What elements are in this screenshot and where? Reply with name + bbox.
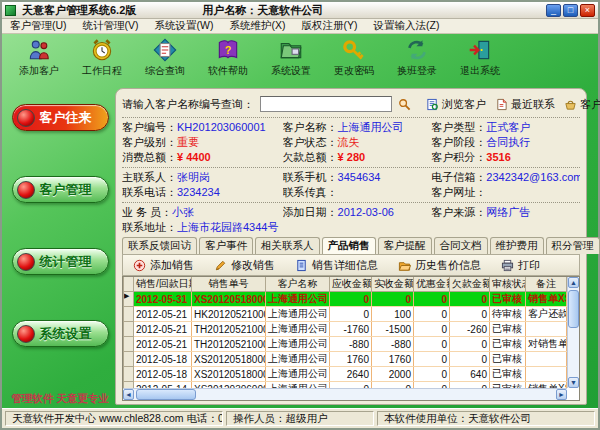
toolbar-button[interactable]: 综合查询 xyxy=(138,37,192,78)
action-button[interactable]: 修改销售 xyxy=(214,258,275,273)
detail-value: 2342342@163.com xyxy=(486,171,580,183)
scroll-right-icon[interactable]: ► xyxy=(556,389,567,400)
sidebar-nav-button[interactable]: 客户管理 xyxy=(12,176,109,203)
menu-item[interactable]: 客户管理(U) xyxy=(10,19,67,33)
menu-item[interactable]: 统计管理(V) xyxy=(83,19,139,33)
table-row[interactable]: 2012-05-31 XS201205180003 上海通用公司 0 0 0 0… xyxy=(124,292,567,307)
detail-value: 上海市花园路4344号 xyxy=(177,221,278,233)
quick-link[interactable]: 最近联系 xyxy=(495,97,555,112)
maximize-button[interactable]: □ xyxy=(563,4,578,17)
column-header[interactable]: 客户名称 xyxy=(266,277,330,292)
recent-contacts-icon xyxy=(495,98,508,111)
column-header[interactable]: 实收金额 xyxy=(372,277,414,292)
tab[interactable]: 产品销售 xyxy=(322,237,376,254)
app-icon xyxy=(5,5,16,16)
detail-value: 上海通用公司 xyxy=(338,121,404,133)
sidebar-nav-button[interactable]: 统计管理 xyxy=(12,248,109,275)
table-row[interactable]: 2012-05-21 TH201205210005 上海通用公司 -880 -8… xyxy=(124,337,567,352)
tab[interactable]: 维护费用 xyxy=(490,237,544,254)
column-header[interactable]: 销售单号 xyxy=(192,277,266,292)
column-header[interactable]: 优惠金额 xyxy=(414,277,450,292)
tab[interactable]: 客户事件 xyxy=(199,237,253,254)
cell-discount: 0 xyxy=(414,292,450,307)
window-controls: _ □ × xyxy=(546,4,595,17)
action-button[interactable]: 销售详细信息 xyxy=(295,258,378,273)
action-label: 添加销售 xyxy=(150,258,194,273)
cell-customer: 上海通用公司 xyxy=(266,352,330,367)
print-icon xyxy=(501,259,514,272)
cell-received: 1760 xyxy=(372,352,414,367)
toolbar-button-label: 软件帮助 xyxy=(208,64,248,78)
toolbar-button-label: 换班登录 xyxy=(397,64,437,78)
menu-item[interactable]: 系统设置(W) xyxy=(155,19,214,33)
toolbar-button[interactable]: ? 软件帮助 xyxy=(201,37,255,78)
column-header[interactable]: 欠款金额 xyxy=(450,277,490,292)
menu-item[interactable]: 设置输入法(Z) xyxy=(373,19,439,33)
sidebar-nav-label: 客户管理 xyxy=(40,181,92,199)
toolbar-button[interactable]: 系统设置 xyxy=(264,37,318,78)
sidebar-nav-button[interactable]: 系统设置 xyxy=(12,320,109,347)
scroll-down-icon[interactable]: ▼ xyxy=(568,377,579,388)
row-selector-cell xyxy=(124,337,134,352)
detail-value: KH201203060001 xyxy=(177,121,266,133)
detail-value: 2012-03-06 xyxy=(338,206,394,218)
action-button[interactable]: 打印 xyxy=(501,258,540,273)
toolbar-button[interactable]: 换班登录 xyxy=(390,37,444,78)
detail-value: 正式客户 xyxy=(486,121,530,133)
search-icon[interactable] xyxy=(398,98,411,111)
menu-item[interactable]: 系统维护(X) xyxy=(229,19,285,33)
cell-discount: 0 xyxy=(414,367,450,382)
toolbar-button-label: 添加客户 xyxy=(19,64,59,78)
table-row[interactable]: 2012-05-21 TH201205210006 上海通用公司 -1760 -… xyxy=(124,322,567,337)
detail-field: 客户编号：KH201203060001 xyxy=(122,120,283,135)
tab[interactable]: 联系反馈回访 xyxy=(122,237,197,254)
cell-sale-no: HK201205210002 xyxy=(192,307,266,322)
sales-action-bar: 添加销售 修改销售 销售详细信息 历史售价信息 xyxy=(122,254,580,276)
toolbar-button[interactable]: 工作日程 xyxy=(75,37,129,78)
toolbar-button[interactable]: 更改密码 xyxy=(327,37,381,78)
quick-link[interactable]: 客户管理 xyxy=(564,97,600,112)
action-label: 修改销售 xyxy=(231,258,275,273)
detail-value: 流失 xyxy=(338,136,360,148)
detail-field: 电子信箱：2342342@163.com xyxy=(431,170,580,185)
action-button[interactable]: 添加销售 xyxy=(133,258,194,273)
toolbar-button[interactable]: 添加客户 xyxy=(12,37,66,78)
toolbar-button[interactable]: 退出系统 xyxy=(453,37,507,78)
search-input[interactable] xyxy=(260,96,392,112)
table-row[interactable]: 2012-05-18 XS201205180001 上海通用公司 2640 20… xyxy=(124,367,567,382)
tab[interactable]: 积分管理 xyxy=(546,237,600,254)
horizontal-scrollbar[interactable]: ◄ ► xyxy=(123,388,567,400)
detail-misc: 业 务 员：小张添加日期：2012-03-06客户来源：网络广告 xyxy=(122,205,580,220)
tab[interactable]: 合同文档 xyxy=(434,237,488,254)
quick-link[interactable]: 浏览客户 xyxy=(426,97,486,112)
close-button[interactable]: × xyxy=(580,4,595,17)
table-row[interactable]: 2012-05-18 XS201205180003 上海通用公司 1760 17… xyxy=(124,352,567,367)
vscroll-thumb[interactable] xyxy=(568,290,579,328)
hscroll-thumb[interactable] xyxy=(136,389,196,400)
cell-date: 2012-05-18 xyxy=(134,367,192,382)
detail-field: 客户积分：3516 xyxy=(431,150,580,165)
cell-audit-status: 已审核 xyxy=(490,337,526,352)
tab[interactable]: 客户提醒 xyxy=(378,237,432,254)
column-header[interactable]: 销售/回款日期 xyxy=(134,277,192,292)
action-button[interactable]: 历史售价信息 xyxy=(398,258,481,273)
minimize-button[interactable]: _ xyxy=(546,4,561,17)
edit-sale-icon xyxy=(214,259,227,272)
table-row[interactable]: 2012-05-21 HK201205210002 上海通用公司 0 100 0… xyxy=(124,307,567,322)
toolbar-button-label: 退出系统 xyxy=(460,64,500,78)
column-header[interactable]: 审核状态 xyxy=(490,277,526,292)
sale-detail-icon xyxy=(295,259,308,272)
vertical-scrollbar[interactable]: ▲ ▼ xyxy=(567,277,579,388)
cell-sale-no: TH201205210006 xyxy=(192,322,266,337)
scroll-left-icon[interactable]: ◄ xyxy=(123,389,134,400)
cell-customer: 上海通用公司 xyxy=(266,322,330,337)
app-window: 天意客户管理系统6.2版 用户名称：天意软件公司 _ □ × 客户管理(U)统计… xyxy=(0,0,600,430)
cell-sale-no: XS201205180003 xyxy=(192,292,266,307)
sidebar-nav-button[interactable]: 客户往来 xyxy=(12,104,109,131)
column-header[interactable]: 应收金额 xyxy=(330,277,372,292)
column-header[interactable]: 备注 xyxy=(526,277,567,292)
menu-item[interactable]: 版权注册(Y) xyxy=(301,19,357,33)
scroll-up-icon[interactable]: ▲ xyxy=(568,277,579,288)
toolbar-button-label: 综合查询 xyxy=(145,64,185,78)
tab[interactable]: 相关联系人 xyxy=(255,237,320,254)
